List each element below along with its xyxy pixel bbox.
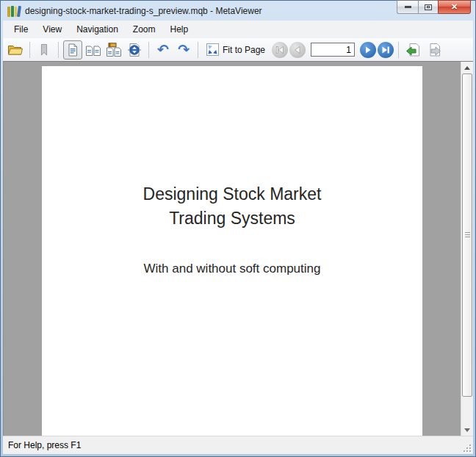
continuous-scroll-icon bbox=[127, 43, 142, 57]
single-page-view-button[interactable] bbox=[63, 40, 82, 60]
facing-pages-view-button[interactable] bbox=[104, 40, 123, 60]
scrollbar-thumb[interactable] bbox=[462, 73, 472, 397]
menu-navigation[interactable]: Navigation bbox=[69, 22, 126, 37]
continuous-scroll-view-button[interactable] bbox=[125, 40, 144, 60]
book-title-line2: Trading Systems bbox=[42, 206, 422, 231]
first-page-button[interactable] bbox=[272, 42, 288, 58]
status-bar: For Help, press F1 bbox=[3, 436, 473, 454]
rotate-left-button[interactable]: ↶ bbox=[154, 40, 173, 60]
facing-pages-with-cover-icon bbox=[106, 43, 122, 57]
book-title: Designing Stock Market Trading Systems bbox=[42, 182, 422, 231]
document-viewport: Designing Stock Market Trading Systems W… bbox=[3, 61, 473, 436]
bookmark-icon bbox=[38, 43, 50, 57]
title-bar[interactable]: designing-stock-market-trading-s_preview… bbox=[3, 1, 473, 21]
toolbar: ↶ ↷ Fit to Page bbox=[3, 38, 473, 61]
maximize-button[interactable] bbox=[418, 0, 438, 14]
history-forward-button[interactable] bbox=[424, 40, 443, 60]
rotate-left-icon: ↶ bbox=[157, 43, 169, 57]
vertical-scrollbar[interactable] bbox=[461, 62, 473, 436]
minimize-button[interactable] bbox=[397, 0, 418, 14]
rotate-right-button[interactable]: ↷ bbox=[174, 40, 193, 60]
previous-page-icon bbox=[289, 42, 306, 58]
minimize-icon bbox=[405, 6, 411, 8]
maximize-icon bbox=[425, 4, 432, 10]
book-subtitle: With and without soft computing bbox=[42, 262, 422, 276]
single-page-view-icon bbox=[67, 43, 79, 57]
resize-grip[interactable] bbox=[462, 443, 472, 453]
separator bbox=[29, 42, 30, 58]
metaviewer-window: designing-stock-market-trading-s_preview… bbox=[0, 0, 476, 457]
rotate-right-icon: ↷ bbox=[178, 43, 190, 57]
fit-to-page-label: Fit to Page bbox=[223, 45, 265, 55]
fit-to-page-button[interactable]: Fit to Page bbox=[203, 41, 270, 58]
menu-help[interactable]: Help bbox=[163, 22, 196, 37]
next-page-button[interactable] bbox=[360, 42, 376, 58]
separator bbox=[58, 42, 59, 58]
two-page-view-icon bbox=[85, 43, 101, 57]
next-page-icon bbox=[360, 42, 376, 58]
history-forward-icon bbox=[426, 43, 441, 57]
history-back-icon bbox=[405, 43, 421, 57]
page-number-input[interactable] bbox=[311, 43, 355, 57]
last-page-button[interactable] bbox=[378, 42, 394, 58]
book-title-line1: Designing Stock Market bbox=[42, 182, 422, 206]
folder-open-icon bbox=[7, 43, 24, 56]
scroll-up-icon bbox=[464, 66, 470, 70]
scroll-down-icon bbox=[464, 428, 470, 432]
bookmark-button[interactable] bbox=[35, 40, 54, 60]
menu-view[interactable]: View bbox=[35, 22, 69, 37]
scroll-up-button[interactable] bbox=[461, 62, 473, 73]
scroll-down-button[interactable] bbox=[461, 424, 473, 436]
close-button[interactable]: ✕ bbox=[438, 0, 471, 14]
menu-zoom[interactable]: Zoom bbox=[126, 22, 163, 37]
two-page-view-button[interactable] bbox=[84, 40, 103, 60]
menu-file[interactable]: File bbox=[7, 22, 35, 37]
close-icon: ✕ bbox=[451, 3, 458, 11]
scrollbar-grip-icon bbox=[465, 232, 470, 238]
status-message: For Help, press F1 bbox=[8, 440, 81, 450]
app-books-icon bbox=[7, 5, 21, 17]
history-back-button[interactable] bbox=[403, 40, 422, 60]
open-file-button[interactable] bbox=[6, 40, 25, 60]
separator bbox=[398, 42, 399, 58]
window-title: designing-stock-market-trading-s_preview… bbox=[25, 6, 262, 16]
fit-to-page-icon bbox=[206, 43, 219, 56]
menu-bar: File View Navigation Zoom Help bbox=[3, 21, 473, 38]
first-page-icon bbox=[272, 42, 288, 58]
last-page-icon bbox=[378, 42, 394, 58]
previous-page-button[interactable] bbox=[289, 42, 306, 58]
separator bbox=[148, 42, 149, 58]
document-page: Designing Stock Market Trading Systems W… bbox=[42, 66, 422, 436]
window-controls: ✕ bbox=[397, 0, 471, 14]
client-area: File View Navigation Zoom Help bbox=[3, 21, 473, 454]
separator bbox=[198, 42, 198, 58]
